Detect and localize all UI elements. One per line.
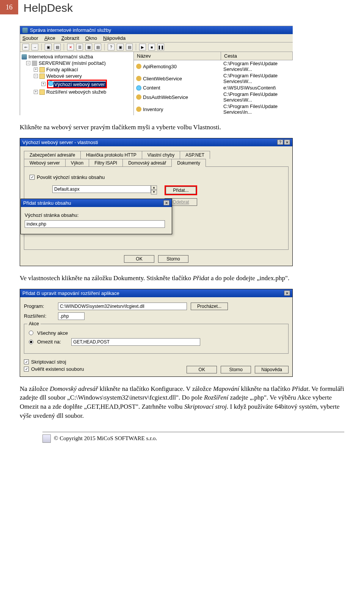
tab-http-header[interactable]: Hlavička protokolu HTTP: [80, 151, 142, 159]
export-icon[interactable]: ▤: [94, 44, 101, 50]
list-icon[interactable]: ▤: [126, 44, 133, 50]
menu-file[interactable]: Soubor: [22, 35, 38, 41]
pause-icon[interactable]: ❚❚: [157, 44, 164, 50]
server-icon: [32, 61, 37, 66]
inner-dialog-title: Přidat stránku obsahu: [23, 200, 71, 206]
help-icon[interactable]: ?: [277, 140, 283, 145]
menu-window[interactable]: Okno: [85, 35, 97, 41]
extension-label: Rozšíření:: [24, 313, 54, 319]
tree-icon[interactable]: ▤: [54, 44, 61, 50]
cancel-button[interactable]: Storno: [221, 366, 251, 373]
gear-icon: [136, 64, 141, 69]
cancel-button[interactable]: Storno: [158, 255, 188, 263]
tree-root[interactable]: Internetová informační služba: [22, 53, 132, 60]
tree-server[interactable]: −SERVERNEW (místní počítač): [22, 60, 132, 66]
content-page-input[interactable]: [25, 220, 165, 228]
tree-app-pools[interactable]: +Fondy aplikací: [22, 66, 132, 73]
back-icon[interactable]: ⇐: [22, 44, 29, 50]
enable-default-content-checkbox[interactable]: ✓ Povolit výchozí stránku obsahu: [30, 174, 283, 180]
close-icon[interactable]: ✕: [284, 290, 290, 296]
expand-icon[interactable]: +: [41, 82, 46, 86]
forward-icon[interactable]: →: [31, 44, 38, 50]
dialog-title: Výchozí webový server - vlastnosti: [22, 140, 98, 145]
default-page-list[interactable]: Default.aspx: [52, 185, 151, 193]
radio-all-actions[interactable]: Všechny akce: [29, 330, 284, 336]
gear-icon: [136, 107, 141, 112]
radio-icon: [29, 340, 33, 344]
scroll-up-icon[interactable]: ▲: [151, 185, 157, 190]
globe-icon: [48, 81, 53, 86]
toolbar: ⇐ → ▣ ▤ ✕ ☰ ▦ ▤ ? ▣ ▤ ▶ ■ ❚❚: [20, 42, 293, 52]
close-icon[interactable]: ✕: [163, 200, 169, 205]
expand-icon[interactable]: +: [34, 67, 38, 72]
program-label: Program:: [24, 303, 54, 309]
window-title: Správa internetové informační služby: [30, 27, 111, 33]
tab-homedir[interactable]: Domovský adresář: [122, 159, 172, 167]
scroll-down-icon[interactable]: ▼: [151, 190, 157, 194]
checkbox-icon: ✓: [30, 175, 35, 180]
menu-view[interactable]: Zobrazit: [61, 35, 79, 41]
ok-button[interactable]: OK: [124, 255, 154, 263]
tab-performance[interactable]: Výkon: [65, 159, 89, 167]
help-icon[interactable]: ?: [108, 44, 115, 50]
tree-default-server[interactable]: +Výchozí webový server: [22, 79, 132, 89]
tab-content: ✓ Povolit výchozí stránku obsahu Default…: [24, 166, 289, 250]
tab-isapi[interactable]: Filtry ISAPI: [89, 159, 123, 167]
tab-webserver[interactable]: Webový server: [24, 159, 66, 167]
highlight-red: Přidat...: [165, 185, 197, 195]
menu-action[interactable]: Akce: [44, 35, 55, 41]
highlight-red: Výchozí webový server: [47, 80, 107, 88]
script-engine-checkbox[interactable]: ✓ Skriptovací stroj: [24, 359, 84, 365]
play-icon[interactable]: ▶: [139, 44, 146, 50]
limit-input[interactable]: [71, 338, 200, 346]
list-item[interactable]: Contente:\WSUS\WsusContent\: [134, 85, 293, 91]
tree-extensions[interactable]: +Rozšíření webových služeb: [22, 89, 132, 95]
props-icon[interactable]: ☰: [76, 44, 83, 50]
dialog-titlebar: Výchozí webový server - vlastnosti ? ✕: [20, 138, 292, 146]
collapse-icon[interactable]: −: [26, 61, 30, 65]
page-icon[interactable]: ▣: [117, 44, 124, 50]
refresh-icon[interactable]: ▦: [85, 44, 92, 50]
expand-icon[interactable]: +: [34, 90, 38, 94]
delete-icon[interactable]: ✕: [67, 44, 74, 50]
page-header: 16 HelpDesk: [0, 0, 364, 14]
page-number: 16: [0, 0, 18, 14]
tab-documents[interactable]: Dokumenty: [171, 159, 206, 167]
footer-icon: [42, 434, 51, 443]
screenshot-iis-mmc: Správa internetové informační služby Sou…: [20, 26, 293, 115]
window-titlebar: Správa internetové informační služby: [20, 26, 293, 34]
close-icon[interactable]: ✕: [284, 140, 290, 145]
globe-icon: [136, 85, 141, 91]
help-button[interactable]: Nápověda: [255, 366, 289, 373]
add-button[interactable]: Přidat...: [166, 187, 196, 194]
tab-aspnet[interactable]: ASP.NET: [180, 151, 210, 159]
list-item[interactable]: ApiRemoting30C:\Program Files\Update Ser…: [134, 60, 293, 72]
col-name[interactable]: Název: [134, 52, 221, 60]
tree-web-servers[interactable]: −Webové servery: [22, 73, 132, 79]
checkbox-icon: ✓: [24, 367, 29, 372]
verify-file-checkbox[interactable]: ✓ Ověřit existenci souboru: [24, 366, 84, 372]
col-path[interactable]: Cesta: [221, 52, 293, 60]
inner-dialog-titlebar: Přidat stránku obsahu ✕: [21, 199, 172, 207]
list-item[interactable]: DssAuthWebServiceC:\Program Files\Update…: [134, 91, 293, 103]
list-item[interactable]: ClientWebServiceC:\Program Files\Update …: [134, 72, 293, 85]
browse-button[interactable]: Procházet...: [191, 303, 228, 310]
list-item[interactable]: InventoryC:\Program Files\Update Service…: [134, 103, 293, 115]
screenshot-properties-dialog: Výchozí webový server - vlastnosti ? ✕ Z…: [20, 138, 293, 266]
action-fieldset: Akce Všechny akce Omezit na:: [24, 324, 289, 354]
folder-icon: [39, 67, 45, 72]
page-title: HelpDesk: [24, 2, 73, 14]
menu-help[interactable]: Nápověda: [103, 35, 126, 41]
extension-input[interactable]: [58, 312, 85, 320]
dialog-titlebar: Přidat či upravit mapování rozšíření apl…: [20, 289, 292, 297]
folder-icon: [39, 89, 45, 95]
stop-icon[interactable]: ■: [148, 44, 155, 50]
paragraph-2: Ve vlastnostech klikněte na záložku Doku…: [20, 274, 344, 283]
program-input[interactable]: [58, 303, 187, 310]
tab-custom-errors[interactable]: Vlastní chyby: [142, 151, 180, 159]
collapse-icon[interactable]: −: [34, 74, 38, 78]
radio-limit-to[interactable]: Omezit na:: [29, 338, 284, 346]
tab-security[interactable]: Zabezpečení adresáře: [24, 151, 81, 159]
ok-button[interactable]: OK: [187, 366, 217, 373]
up-icon[interactable]: ▣: [45, 44, 52, 50]
